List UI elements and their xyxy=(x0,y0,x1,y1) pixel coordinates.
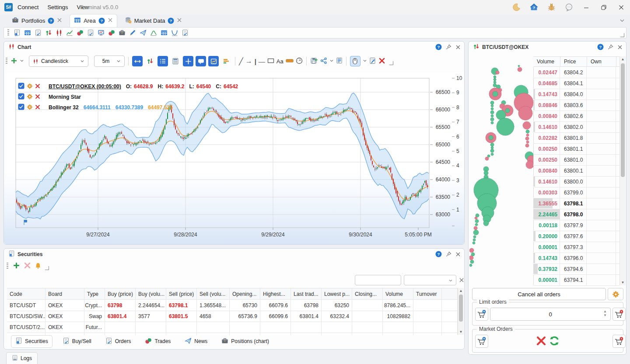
tabstrip-overflow-chevron[interactable] xyxy=(620,18,625,24)
securities-scrollbar[interactable]: ▲ ▼ xyxy=(458,288,464,335)
draw-rectangle-tool[interactable] xyxy=(267,58,274,65)
visibility-checkbox[interactable] xyxy=(18,104,24,111)
mouse-mode-button[interactable] xyxy=(350,56,360,66)
column-header-12[interactable]: Volume xyxy=(383,288,413,299)
deal-toolbar-button[interactable] xyxy=(76,29,84,37)
doc-tab-portfolios[interactable]: Portfolios? xyxy=(8,14,66,27)
orderbook-row-63803.6[interactable]: 0.0884663803.6 xyxy=(533,100,620,111)
tab-help-icon[interactable]: ? xyxy=(98,17,105,24)
remove-security-button[interactable] xyxy=(24,262,31,270)
securities-row-1[interactable]: BTC/USD/SW...OKEXSwap63801.4357763801.54… xyxy=(7,311,458,322)
orderbook-row-63804.0[interactable]: 0.1474363804.0 xyxy=(533,89,620,100)
column-header-3[interactable]: Buy (price) xyxy=(105,288,136,299)
doc-check-toolbar-button[interactable] xyxy=(181,29,189,37)
scroll-down-arrow[interactable]: ▼ xyxy=(458,329,464,335)
dock-tab-buy-sell[interactable]: Buy/Sell xyxy=(59,336,95,347)
buy-limit-cart-button[interactable] xyxy=(475,308,488,321)
pin-icon[interactable] xyxy=(446,44,452,51)
scroll-up-arrow[interactable]: ▲ xyxy=(620,56,626,62)
orderbook-scrollbar[interactable]: ▲ ▼ xyxy=(620,56,626,285)
menu-settings[interactable]: Settings xyxy=(43,0,72,14)
tooltip-button[interactable] xyxy=(196,56,206,66)
indicator-settings-gear-icon[interactable] xyxy=(27,104,33,111)
doc-check-toolbar-button[interactable] xyxy=(34,29,42,37)
chart-toolbar-grip[interactable] xyxy=(6,58,7,65)
orderbook-row-63799.0[interactable]: 0.0030363799.0 xyxy=(533,187,620,198)
scroll-thumb[interactable] xyxy=(621,63,625,177)
pin-icon[interactable] xyxy=(446,251,452,258)
tab-close-icon[interactable] xyxy=(177,17,182,24)
logs-tab[interactable]: Logs xyxy=(6,352,38,364)
draw-horizontal-line-tool[interactable]: — xyxy=(259,58,265,65)
area-curve-toolbar-button[interactable] xyxy=(150,29,157,37)
scroll-down-arrow[interactable]: ▼ xyxy=(620,280,626,285)
column-header-13[interactable]: Turnover xyxy=(413,288,442,299)
mouse-mode-chevron[interactable] xyxy=(363,58,367,64)
share-button[interactable] xyxy=(320,57,327,66)
orderbook-row-63797.3[interactable]: 0.0000163797.3 xyxy=(533,242,620,253)
draw-text-tool[interactable]: Aa xyxy=(276,58,284,65)
orderbook-col-own[interactable]: Own xyxy=(591,59,602,65)
visibility-checkbox[interactable] xyxy=(18,83,24,90)
edit-annotations-button[interactable] xyxy=(369,57,376,66)
pin-icon[interactable] xyxy=(608,44,613,51)
column-header-11[interactable]: Closing... xyxy=(352,288,383,299)
line-chart-toolbar-button[interactable] xyxy=(66,29,73,37)
dock-tab-news[interactable]: News xyxy=(181,336,211,347)
orderbook-row-63794.1[interactable]: 0.0000163794.1 xyxy=(533,274,620,286)
close-icon[interactable] xyxy=(617,45,623,51)
table-toolbar-button[interactable] xyxy=(24,29,31,37)
volume-profile-button[interactable] xyxy=(221,56,231,66)
save-chart-button[interactable] xyxy=(310,57,318,66)
close-icon[interactable] xyxy=(455,45,461,51)
cancel-market-icon[interactable] xyxy=(536,335,547,348)
security-cert-toolbar-button[interactable] xyxy=(13,29,21,37)
alert-bell-button[interactable] xyxy=(35,262,42,270)
briefcase-toolbar-button[interactable] xyxy=(118,29,126,37)
list-view-button[interactable] xyxy=(158,56,168,66)
orderbook-row-63801.8[interactable]: 0.0228263801.8 xyxy=(533,132,620,144)
bug-report-button[interactable] xyxy=(542,0,560,14)
orderbook-row-63802.0[interactable]: 0.1461063802.0 xyxy=(533,121,620,133)
chart-plot-area[interactable]: 6650066000655006500064500640006350063000… xyxy=(4,72,464,244)
menu-connect[interactable]: Connect xyxy=(13,0,43,14)
column-header-0[interactable]: Code xyxy=(7,288,46,299)
dock-tab-orders[interactable]: Orders xyxy=(102,336,135,347)
orderbook-col-volume[interactable]: Volume xyxy=(537,59,554,65)
draw-line-tool[interactable]: ╱ xyxy=(239,57,243,66)
add-indicator-button[interactable] xyxy=(10,57,18,66)
tab-close-icon[interactable] xyxy=(108,17,113,24)
orderbook-col-price[interactable]: Price xyxy=(564,59,576,65)
help-icon[interactable]: ? xyxy=(435,251,442,259)
share-chevron[interactable] xyxy=(329,58,334,64)
report-button[interactable] xyxy=(336,57,343,65)
timeframe-combo[interactable]: 5m xyxy=(94,55,125,67)
orderbook-row-63796.0[interactable]: 0.1474363796.0 xyxy=(533,253,620,264)
column-header-9[interactable]: Last trad... xyxy=(291,288,322,299)
orderbook-row-63794.6[interactable]: 0.3793263794.6 xyxy=(533,263,620,275)
scroll-thumb[interactable] xyxy=(459,295,463,322)
draw-arrow-tool[interactable]: → xyxy=(245,57,252,65)
securities-row-2[interactable]: BTC/USDT/2...OKEXFutur... xyxy=(7,322,458,333)
updown-arrows-button[interactable] xyxy=(145,56,155,66)
orderbook-row-63798.0[interactable]: 2.2446563798.0 xyxy=(533,209,620,220)
column-header-2[interactable]: Type xyxy=(84,288,105,299)
sell-market-cart-button[interactable] xyxy=(612,335,626,348)
dock-tab-securities[interactable]: Securities xyxy=(11,335,52,348)
remove-indicator-icon[interactable] xyxy=(35,83,40,90)
remove-indicator-icon[interactable] xyxy=(35,104,40,111)
minimize-button[interactable] xyxy=(578,0,595,14)
orderbook-row-63801.1[interactable]: 0.0025063801.1 xyxy=(533,143,620,155)
column-header-4[interactable]: Buy (volu... xyxy=(136,288,166,299)
orderbook-row-63797.9[interactable]: 0.0011863797.9 xyxy=(533,220,620,231)
securities-toolbar-grip[interactable] xyxy=(7,263,8,270)
orderbook-row-63804.2[interactable]: 0.0244763804.2 xyxy=(533,67,620,78)
report-view-button[interactable] xyxy=(170,56,181,66)
cancel-all-orders-button[interactable]: Cancel all orders xyxy=(472,288,606,300)
limit-volume-spinner[interactable]: 0 ▲▼ xyxy=(490,308,611,321)
orderbook-settings-button[interactable] xyxy=(608,288,623,300)
orderbook-row-63798.1[interactable]: 1.3655563798.1 xyxy=(533,198,620,209)
orderbook-row-63802.6[interactable]: 0.0084063802.6 xyxy=(533,111,620,122)
draw-vertical-line-tool[interactable]: | xyxy=(255,58,256,65)
dock-tab-trades[interactable]: Trades xyxy=(141,336,175,347)
